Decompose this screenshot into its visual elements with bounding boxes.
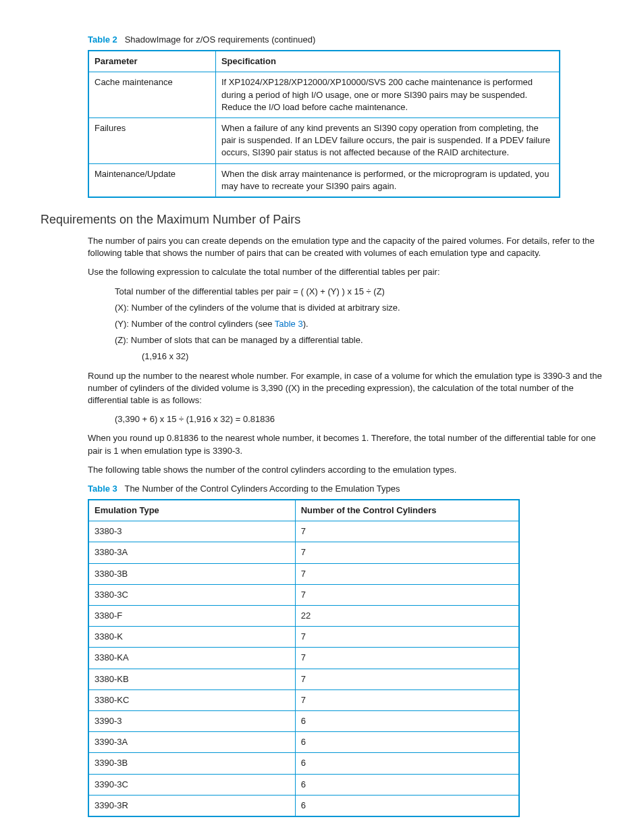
cell-control-cylinders: 6: [295, 774, 519, 795]
table2-label: Table 2: [88, 34, 117, 45]
table-row: 3380-K7: [88, 627, 519, 648]
para-intro: The number of pairs you can create depen…: [88, 235, 603, 259]
cell-control-cylinders: 6: [295, 753, 519, 774]
cell-param: Cache maintenance: [88, 72, 215, 118]
calc-line: (3,390 + 6) x 15 ÷ (1,916 x 32) = 0.8183…: [115, 413, 603, 425]
table-row: 3380-KA7: [88, 648, 519, 669]
table2-caption-text: ShadowImage for z/OS requirements (conti…: [125, 34, 316, 45]
table-row: 3390-36: [88, 710, 519, 731]
table2-caption: Table 2 ShadowImage for z/OS requirement…: [41, 34, 603, 46]
table-row: 3380-3C7: [88, 584, 519, 605]
cell-emulation-type: 3380-K: [88, 627, 295, 648]
table2-header-param: Parameter: [88, 51, 215, 72]
cell-spec: When a failure of any kind prevents an S…: [215, 118, 560, 163]
cell-emulation-type: 3390-3C: [88, 774, 295, 795]
table3-header-cyl: Number of the Control Cylinders: [295, 500, 519, 521]
cell-emulation-type: 3390-3A: [88, 732, 295, 753]
cell-control-cylinders: 6: [295, 710, 519, 731]
table-row: 3390-3A6: [88, 732, 519, 753]
para-expression-lead: Use the following expression to calculat…: [88, 266, 603, 278]
cell-control-cylinders: 6: [295, 732, 519, 753]
table3: Emulation Type Number of the Control Cyl…: [88, 499, 520, 817]
table-row: 3380-37: [88, 521, 519, 542]
table3-label: Table 3: [88, 484, 117, 494]
cell-emulation-type: 3380-KB: [88, 669, 295, 689]
cell-control-cylinders: 7: [295, 669, 519, 689]
para-roundup: Round up the number to the nearest whole…: [88, 370, 603, 407]
cell-emulation-type: 3380-KC: [88, 689, 295, 710]
section-heading: Requirements on the Maximum Number of Pa…: [41, 211, 603, 228]
cell-control-cylinders: 7: [295, 521, 519, 542]
table2-header-spec: Specification: [215, 51, 560, 72]
table3-link[interactable]: Table 3: [275, 319, 303, 329]
table3-header-type: Emulation Type: [88, 500, 295, 521]
def-y-pre: (Y): Number of the control cylinders (se…: [115, 319, 275, 329]
def-z-val: (1,916 x 32): [142, 350, 603, 363]
cell-emulation-type: 3380-3C: [88, 584, 295, 605]
cell-param: Maintenance/Update: [88, 163, 215, 197]
cell-emulation-type: 3380-3B: [88, 563, 295, 584]
def-x: (X): Number of the cylinders of the volu…: [115, 302, 603, 314]
table-row: 3390-3C6: [88, 774, 519, 795]
cell-spec: When the disk array maintenance is perfo…: [215, 163, 560, 197]
table-row: Maintenance/UpdateWhen the disk array ma…: [88, 163, 560, 197]
def-y-post: ).: [303, 319, 308, 329]
table-row: Cache maintenanceIf XP1024/XP128/XP12000…: [88, 72, 560, 118]
table-row: 3380-KB7: [88, 669, 519, 689]
cell-emulation-type: 3390-3: [88, 710, 295, 731]
cell-control-cylinders: 7: [295, 584, 519, 605]
cell-emulation-type: 3380-F: [88, 606, 295, 627]
cell-control-cylinders: 7: [295, 627, 519, 648]
table-row: 3390-3R6: [88, 795, 519, 816]
table-row: 3390-3B6: [88, 753, 519, 774]
table2: Parameter Specification Cache maintenanc…: [88, 50, 560, 198]
table-row: FailuresWhen a failure of any kind preve…: [88, 118, 560, 163]
cell-emulation-type: 3380-3: [88, 521, 295, 542]
cell-control-cylinders: 7: [295, 563, 519, 584]
cell-control-cylinders: 7: [295, 648, 519, 669]
cell-control-cylinders: 6: [295, 795, 519, 816]
cell-emulation-type: 3380-KA: [88, 648, 295, 669]
table3-caption: Table 3 The Number of the Control Cylind…: [41, 483, 603, 495]
cell-control-cylinders: 7: [295, 542, 519, 563]
cell-param: Failures: [88, 118, 215, 163]
para-table-lead: The following table shows the number of …: [88, 464, 603, 476]
table-row: 3380-3B7: [88, 563, 519, 584]
table-row: 3380-F22: [88, 606, 519, 627]
expression: Total number of the differential tables …: [115, 286, 603, 298]
cell-emulation-type: 3380-3A: [88, 542, 295, 563]
table3-caption-text: The Number of the Control Cylinders Acco…: [124, 484, 400, 494]
cell-emulation-type: 3390-3R: [88, 795, 295, 816]
def-z: (Z): Number of slots that can be managed…: [115, 334, 603, 346]
cell-control-cylinders: 22: [295, 606, 519, 627]
cell-spec: If XP1024/XP128/XP12000/XP10000/SVS 200 …: [215, 72, 560, 118]
cell-control-cylinders: 7: [295, 689, 519, 710]
table-row: 3380-3A7: [88, 542, 519, 563]
table-row: 3380-KC7: [88, 689, 519, 710]
para-result: When you round up 0.81836 to the nearest…: [88, 432, 603, 457]
cell-emulation-type: 3390-3B: [88, 753, 295, 774]
def-y: (Y): Number of the control cylinders (se…: [115, 318, 603, 330]
